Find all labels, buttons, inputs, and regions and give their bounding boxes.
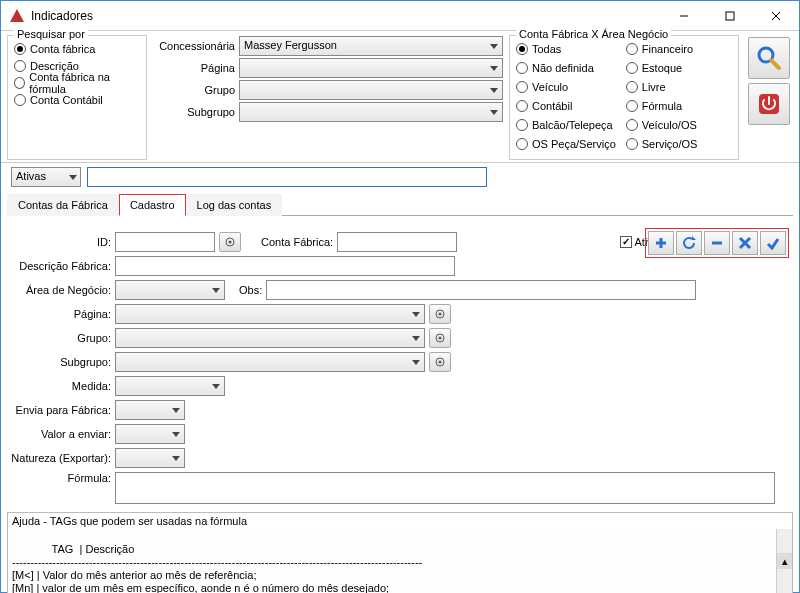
tabs: Contas da Fábrica Cadastro Log das conta… [7, 193, 793, 216]
minimize-button[interactable] [661, 1, 707, 31]
status-filter-select[interactable]: Ativas [11, 167, 81, 187]
svg-point-19 [439, 337, 442, 340]
radio-icon [14, 60, 26, 72]
grupo-select[interactable] [239, 80, 503, 100]
search-by-legend: Pesquisar por [14, 28, 88, 40]
valor-select[interactable] [115, 424, 185, 444]
search-by-group: Pesquisar por Conta fábrica Descrição Co… [7, 35, 147, 160]
window-buttons [661, 1, 799, 31]
maximize-button[interactable] [707, 1, 753, 31]
tab-cadastro[interactable]: Cadastro [119, 194, 186, 216]
scroll-up-icon[interactable]: ▴ [777, 553, 792, 569]
search-input[interactable] [87, 167, 487, 187]
x-icon [738, 236, 752, 250]
natureza-label: Natureza (Exportar): [11, 452, 111, 464]
add-button[interactable] [648, 231, 674, 255]
radio-conta-formula[interactable]: Conta fábrica na fórmula [14, 75, 140, 91]
subgrupo-select2[interactable] [115, 352, 425, 372]
search-button[interactable] [748, 37, 790, 79]
grupo-lookup-button[interactable] [429, 328, 451, 348]
radio-icon [626, 81, 638, 93]
cadastro-form: ID: Conta Fábrica: Ativa Descrição Fábri… [1, 216, 799, 512]
radio-icon [14, 43, 26, 55]
obs-label: Obs: [239, 284, 262, 296]
tab-log[interactable]: Log das contas [186, 194, 283, 216]
envia-select[interactable] [115, 400, 185, 420]
radio-estoque[interactable]: Estoque [626, 60, 698, 76]
target-icon [434, 308, 446, 320]
target-icon [434, 356, 446, 368]
confirm-button[interactable] [760, 231, 786, 255]
area-label: Área de Negócio: [11, 284, 111, 296]
area-select[interactable] [115, 280, 225, 300]
refresh-icon [682, 236, 696, 250]
subgrupo-label: Subgrupo [153, 106, 235, 118]
subgrupo-lookup-button[interactable] [429, 352, 451, 372]
radio-icon [626, 43, 638, 55]
radio-conta-fabrica[interactable]: Conta fábrica [14, 41, 140, 57]
close-button[interactable] [753, 1, 799, 31]
remove-button[interactable] [704, 231, 730, 255]
pagina-lookup-button[interactable] [429, 304, 451, 324]
side-actions [745, 35, 793, 160]
natureza-select[interactable] [115, 448, 185, 468]
grupo-select2[interactable] [115, 328, 425, 348]
radio-veiculo[interactable]: Veículo [516, 79, 616, 95]
id-input[interactable] [115, 232, 215, 252]
window-title: Indicadores [31, 9, 661, 23]
conta-fabrica-input[interactable] [337, 232, 457, 252]
pagina-label: Página [153, 62, 235, 74]
checkbox-icon [620, 236, 632, 248]
obs-input[interactable] [266, 280, 696, 300]
medida-select[interactable] [115, 376, 225, 396]
help-text[interactable]: TAG | Descrição ------------------------… [8, 529, 792, 593]
svg-marker-0 [10, 9, 24, 22]
radio-icon [516, 62, 528, 74]
radio-icon [516, 138, 528, 150]
radio-veiculo-os[interactable]: Veículo/OS [626, 117, 698, 133]
power-button[interactable] [748, 83, 790, 125]
radio-nao-definida[interactable]: Não definida [516, 60, 616, 76]
area-negocio-group: Conta Fábrica X Área Negócio Todas Não d… [509, 35, 739, 160]
radio-os-peca[interactable]: OS Peça/Serviço [516, 136, 616, 152]
help-scrollbar[interactable]: ▴ ▾ [776, 529, 792, 593]
radio-livre[interactable]: Livre [626, 79, 698, 95]
concessionaria-select[interactable]: Massey Fergusson [239, 36, 503, 56]
cancel-button[interactable] [732, 231, 758, 255]
help-legend: Ajuda - TAGs que podem ser usadas na fór… [8, 513, 792, 529]
radio-icon [516, 81, 528, 93]
envia-label: Envia para Fábrica: [11, 404, 111, 416]
conta-fabrica-label: Conta Fábrica: [261, 236, 333, 248]
svg-rect-2 [726, 12, 734, 20]
svg-marker-10 [692, 236, 696, 240]
radio-todas[interactable]: Todas [516, 41, 616, 57]
filters-mid: ConcessionáriaMassey Fergusson Página Gr… [153, 35, 503, 160]
radio-formula[interactable]: Fórmula [626, 98, 698, 114]
concessionaria-label: Concessionária [153, 40, 235, 52]
titlebar: Indicadores [1, 1, 799, 31]
area-legend: Conta Fábrica X Área Negócio [516, 28, 671, 40]
valor-label: Valor a enviar: [11, 428, 111, 440]
svg-point-15 [229, 241, 232, 244]
radio-icon [626, 62, 638, 74]
tab-contas[interactable]: Contas da Fábrica [7, 194, 119, 216]
radio-contabil[interactable]: Contábil [516, 98, 616, 114]
radio-balcao[interactable]: Balcão/Telepeça [516, 117, 616, 133]
pagina-select[interactable] [239, 58, 503, 78]
refresh-button[interactable] [676, 231, 702, 255]
radio-servico-os[interactable]: Serviço/OS [626, 136, 698, 152]
check-icon [766, 236, 780, 250]
subgrupo-select[interactable] [239, 102, 503, 122]
descricao-input[interactable] [115, 256, 455, 276]
radio-financeiro[interactable]: Financeiro [626, 41, 698, 57]
pagina-label2: Página: [11, 308, 111, 320]
pagina-select2[interactable] [115, 304, 425, 324]
id-lookup-button[interactable] [219, 232, 241, 252]
formula-input[interactable] [115, 472, 775, 504]
grupo-label: Grupo [153, 84, 235, 96]
filter-row: Ativas [1, 163, 799, 193]
radio-icon [14, 77, 25, 89]
app-window: Indicadores Pesquisar por Conta fábrica … [0, 0, 800, 593]
record-toolbar [645, 228, 789, 258]
descricao-label: Descrição Fábrica: [11, 260, 111, 272]
